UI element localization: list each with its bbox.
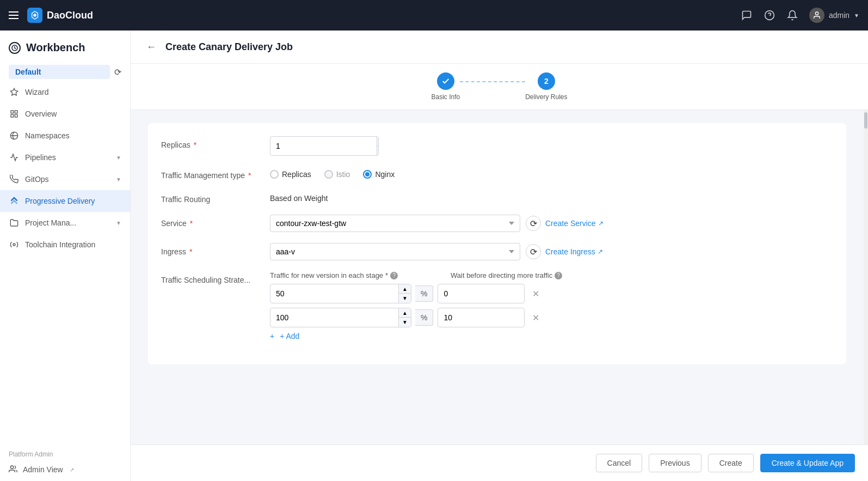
- create-service-link[interactable]: Create Service ↗: [545, 219, 604, 228]
- sched-traffic-input-group-1: ▲ ▼: [270, 308, 411, 327]
- ingress-refresh-btn[interactable]: ⟳: [526, 244, 541, 259]
- sidebar-item-pipelines[interactable]: Pipelines ▼: [0, 147, 130, 168]
- scroll-track[interactable]: [864, 110, 868, 445]
- sched-traffic-increment-1[interactable]: ▲: [399, 308, 411, 318]
- notification-icon[interactable]: [786, 9, 798, 21]
- previous-button[interactable]: Previous: [649, 454, 701, 472]
- workbench-label: Workbench: [26, 41, 85, 54]
- chat-icon[interactable]: [741, 9, 753, 21]
- replicas-row: Replicas * ▲ ▼: [161, 136, 833, 156]
- sidebar-pipelines-label: Pipelines: [25, 153, 110, 162]
- sched-traffic-decrement-0[interactable]: ▼: [399, 294, 411, 303]
- traffic-sched-content: Traffic for new version in each stage * …: [270, 271, 833, 340]
- gitops-chevron: ▼: [116, 176, 121, 182]
- refresh-default-icon[interactable]: ⟳: [114, 67, 121, 77]
- sched-traffic-increment-0[interactable]: ▲: [399, 284, 411, 294]
- wait-help-icon[interactable]: ?: [555, 272, 562, 279]
- chevron-down-icon: ▼: [854, 13, 859, 19]
- create-ingress-link[interactable]: Create Ingress ↗: [545, 247, 603, 256]
- sidebar-wizard-label: Wizard: [25, 88, 121, 96]
- sidebar-item-toolchain[interactable]: Toolchain Integration: [0, 234, 130, 255]
- traffic-sched-row: Traffic Scheduling Strate... Traffic for…: [161, 271, 833, 340]
- gitops-icon: [9, 174, 20, 185]
- sched-wait-group-0: ▲ ▼ minute: [438, 284, 525, 303]
- sched-entry-0: ▲ ▼ % ▲ ▼: [270, 284, 833, 303]
- create-button[interactable]: Create: [708, 454, 754, 472]
- sidebar-item-project-mana[interactable]: Project Mana... ▼: [0, 212, 130, 234]
- ingress-select[interactable]: aaa-v: [270, 243, 520, 260]
- external-link-icon: ↗: [70, 467, 74, 473]
- sidebar-item-progressive-delivery[interactable]: Progressive Delivery: [0, 190, 130, 212]
- back-button[interactable]: ←: [144, 39, 159, 54]
- sidebar-namespaces-label: Namespaces: [25, 131, 121, 140]
- menu-toggle[interactable]: [9, 11, 19, 19]
- replicas-input-wrapper: ▲ ▼: [270, 136, 379, 156]
- step1-circle: [437, 72, 454, 90]
- step2-label: Delivery Rules: [525, 93, 567, 101]
- sched-traffic-decrement-1[interactable]: ▼: [399, 318, 411, 327]
- avatar: [809, 8, 824, 23]
- add-entry-button[interactable]: + + Add: [270, 332, 833, 340]
- sidebar-project-label: Project Mana...: [25, 218, 110, 227]
- step-connector: [460, 81, 525, 82]
- ingress-label: Ingress *: [161, 243, 270, 256]
- sidebar-item-wizard[interactable]: Wizard: [0, 81, 130, 103]
- sidebar-admin-view[interactable]: Admin View ↗: [0, 460, 130, 481]
- traffic-mgmt-row: Traffic Management type * Replicas: [161, 167, 833, 180]
- step1-label: Basic Info: [431, 93, 460, 101]
- sidebar-item-gitops[interactable]: GitOps ▼: [0, 168, 130, 190]
- replicas-increment[interactable]: ▲: [377, 137, 379, 146]
- traffic-routing-row: Traffic Routing Based on Weight: [161, 191, 833, 204]
- service-select[interactable]: contour-zxw-test-gtw: [270, 215, 520, 232]
- sidebar-item-namespaces[interactable]: Namespaces: [0, 125, 130, 147]
- radio-istio[interactable]: Istio: [324, 170, 350, 179]
- sched-remove-1[interactable]: ✕: [529, 311, 542, 324]
- create-update-button[interactable]: Create & Update App: [760, 454, 855, 472]
- sidebar-overview-label: Overview: [25, 109, 121, 118]
- cancel-button[interactable]: Cancel: [596, 454, 643, 472]
- radio-istio-label: Istio: [336, 170, 350, 179]
- radio-nginx[interactable]: Nginx: [363, 170, 395, 179]
- replicas-decrement[interactable]: ▼: [377, 146, 379, 155]
- form-scroll: Replicas * ▲ ▼: [131, 110, 864, 445]
- overview-icon: [9, 108, 20, 119]
- sched-wait-input-1[interactable]: [438, 310, 525, 325]
- replicas-control: ▲ ▼: [270, 136, 833, 156]
- admin-label: admin: [829, 11, 849, 20]
- pipelines-chevron: ▼: [116, 155, 121, 161]
- wizard-icon: [9, 87, 20, 98]
- help-icon[interactable]: [764, 9, 775, 21]
- plus-icon: +: [270, 332, 274, 340]
- ingress-row: Ingress * aaa-v ⟳ C: [161, 243, 833, 260]
- replicas-input[interactable]: [270, 138, 377, 154]
- sched-remove-0[interactable]: ✕: [529, 287, 542, 300]
- radio-replicas-circle: [270, 170, 279, 179]
- user-menu[interactable]: admin ▼: [809, 8, 859, 23]
- platform-admin-label: Platform Admin: [0, 444, 130, 460]
- traffic-routing-value: Based on Weight: [270, 191, 833, 203]
- sidebar-toolchain-label: Toolchain Integration: [25, 240, 121, 249]
- sched-traffic-input-0[interactable]: [270, 286, 398, 301]
- sched-wait-input-0[interactable]: [438, 286, 525, 301]
- topbar: DaoCloud admin ▼: [0, 0, 868, 31]
- service-row: Service * contour-zxw-test-gtw ⟳: [161, 215, 833, 232]
- default-chip[interactable]: Default: [9, 65, 110, 79]
- radio-replicas[interactable]: Replicas: [270, 170, 311, 179]
- service-refresh-btn[interactable]: ⟳: [526, 216, 541, 231]
- sched-headers: Traffic for new version in each stage * …: [270, 271, 833, 279]
- sidebar-gitops-label: GitOps: [25, 175, 110, 184]
- radio-nginx-circle: [363, 170, 372, 179]
- sched-wait-group-1: ▲ ▼ minute: [438, 308, 525, 327]
- sidebar-item-overview[interactable]: Overview: [0, 103, 130, 125]
- traffic-help-icon[interactable]: ?: [390, 272, 398, 279]
- svg-point-0: [33, 14, 36, 16]
- progressive-delivery-icon: [9, 196, 20, 206]
- sched-entry-1: ▲ ▼ % ▲ ▼: [270, 308, 833, 327]
- external-link-icon: ↗: [598, 248, 603, 255]
- sidebar-workbench: Workbench: [0, 31, 130, 60]
- ingress-control: aaa-v ⟳ Create Ingress ↗: [270, 243, 833, 260]
- traffic-routing-control: Based on Weight: [270, 191, 833, 203]
- sched-traffic-input-1[interactable]: [270, 310, 398, 325]
- sched-traffic-header: Traffic for new version in each stage * …: [270, 271, 444, 279]
- svg-rect-5: [11, 114, 14, 117]
